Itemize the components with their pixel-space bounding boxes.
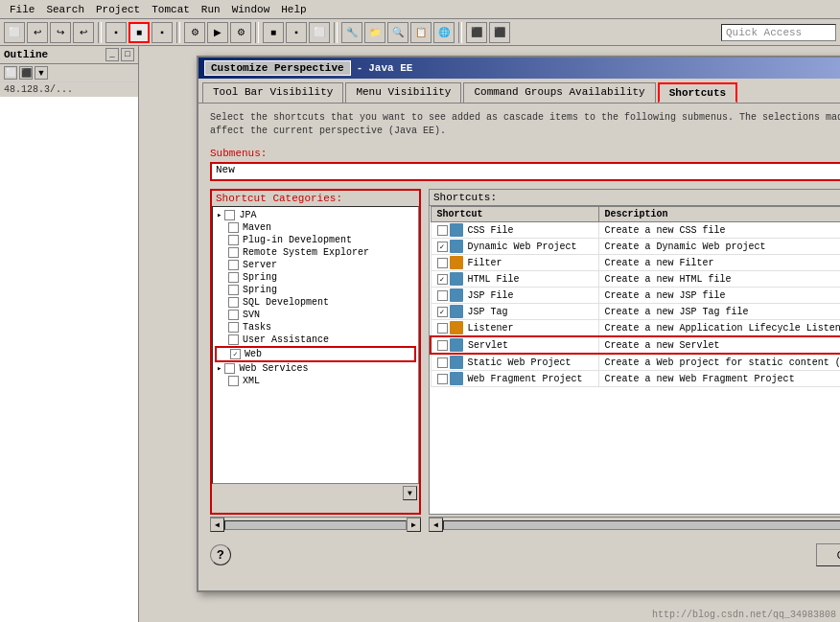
category-checkbox[interactable] [224, 210, 235, 220]
cat-scroll-left[interactable]: ◀ [210, 518, 224, 532]
toolbar-btn-stop-highlighted[interactable]: ■ [128, 22, 150, 43]
shortcut-checkbox[interactable] [437, 290, 448, 301]
shortcut-row[interactable]: CSS File Create a new CSS file [431, 222, 840, 239]
toolbar-btn-8[interactable]: ⚙ [184, 22, 205, 43]
toolbar-btn-17[interactable]: 📋 [410, 22, 432, 43]
tab-shortcuts[interactable]: Shortcuts [658, 82, 737, 103]
shortcut-checkbox[interactable] [437, 258, 448, 268]
category-checkbox[interactable] [228, 235, 239, 245]
cat-scroll-right[interactable]: ▶ [407, 518, 421, 532]
category-item[interactable]: Tasks [215, 321, 416, 334]
category-checkbox[interactable] [228, 297, 239, 308]
category-item[interactable]: Web [215, 346, 416, 362]
toolbar-btn-15[interactable]: 📁 [364, 22, 385, 43]
category-checkbox[interactable] [228, 334, 239, 345]
category-item[interactable]: Maven [215, 221, 416, 234]
category-checkbox[interactable] [228, 260, 239, 270]
menu-file[interactable]: File [4, 2, 40, 17]
category-item[interactable]: XML [215, 375, 416, 387]
quick-access-bar[interactable]: Quick Access [721, 24, 836, 41]
shortcut-checkbox[interactable] [437, 225, 448, 236]
toolbar-btn-11[interactable]: ■ [263, 22, 284, 43]
outline-btn-3[interactable]: ▼ [35, 66, 48, 80]
toolbar-btn-16[interactable]: 🔍 [387, 22, 408, 43]
toolbar-btn-20[interactable]: ⬛ [489, 22, 510, 43]
tab-toolbar-visibility[interactable]: Tool Bar Visibility [202, 82, 343, 103]
shortcut-checkbox[interactable] [437, 374, 448, 384]
toolbar-btn-12[interactable]: ▪ [286, 22, 307, 43]
shortcut-row[interactable]: Web Fragment Project Create a new Web Fr… [431, 371, 840, 387]
outline-btn-2[interactable]: ⬛ [19, 66, 33, 80]
shortcut-checkbox[interactable] [437, 242, 448, 252]
menu-help[interactable]: Help [275, 2, 312, 17]
shortcut-checkbox[interactable] [437, 340, 448, 351]
shortcuts-horiz-scroll[interactable]: ◀ ▶ [429, 517, 840, 532]
category-checkbox[interactable] [228, 222, 239, 233]
category-checkbox[interactable] [228, 310, 239, 320]
tab-command-groups[interactable]: Command Groups Availability [463, 82, 655, 103]
category-item[interactable]: Server [215, 259, 416, 271]
ok-button[interactable]: OK [816, 543, 840, 566]
menu-project[interactable]: Project [90, 2, 146, 17]
toolbar-btn-1[interactable]: ⬜ [4, 22, 25, 43]
shortcut-checkbox[interactable] [437, 357, 448, 368]
tab-menu-visibility[interactable]: Menu Visibility [345, 82, 461, 103]
shortcut-row[interactable]: Static Web Project Create a Web project … [431, 354, 840, 371]
help-button[interactable]: ? [210, 544, 231, 565]
shortcut-checkbox[interactable] [437, 274, 448, 285]
toolbar-btn-2[interactable]: ↩ [27, 22, 48, 43]
toolbar-btn-9[interactable]: ▶ [207, 22, 228, 43]
shortcut-row[interactable]: JSP File Create a new JSP file [431, 288, 840, 304]
category-checkbox[interactable] [228, 247, 239, 258]
toolbar-btn-7[interactable]: ▪ [152, 22, 173, 43]
shortcut-row[interactable]: Filter Create a new Filter [431, 255, 840, 271]
cat-scroll-track[interactable] [224, 520, 407, 530]
category-checkbox[interactable] [228, 285, 239, 295]
toolbar-btn-4[interactable]: ↩ [73, 22, 94, 43]
category-item[interactable]: Spring [215, 284, 416, 296]
category-item[interactable]: ▸JPA [215, 209, 416, 221]
shortcut-row[interactable]: Servlet Create a new Servlet [431, 336, 840, 354]
panel-header: Outline _ □ [0, 46, 138, 64]
category-item[interactable]: Spring [215, 271, 416, 284]
category-item[interactable]: SVN [215, 309, 416, 321]
shortcut-row[interactable]: Dynamic Web Project Create a Dynamic Web… [431, 239, 840, 255]
menu-window[interactable]: Window [226, 2, 276, 17]
shortcut-checkbox[interactable] [437, 307, 448, 317]
categories-scroll-down[interactable]: ▼ [403, 486, 417, 500]
menu-tomcat[interactable]: Tomcat [146, 2, 196, 17]
submenus-dropdown[interactable]: New [210, 162, 840, 181]
categories-list[interactable]: ▸JPAMavenPlug-in DevelopmentRemote Syste… [212, 206, 419, 484]
shortcut-row[interactable]: HTML File Create a new HTML file [431, 271, 840, 288]
shortcut-row[interactable]: JSP Tag Create a new JSP Tag file [431, 304, 840, 320]
shortcut-icon [450, 272, 463, 286]
shortcut-checkbox[interactable] [437, 323, 448, 334]
category-item[interactable]: Plug-in Development [215, 234, 416, 246]
outline-btn-1[interactable]: ⬜ [4, 66, 17, 80]
category-item[interactable]: Remote System Explorer [215, 246, 416, 259]
category-item[interactable]: ▸Web Services [215, 362, 416, 375]
sc-scroll-left[interactable]: ◀ [429, 518, 443, 532]
category-checkbox[interactable] [230, 349, 241, 359]
toolbar-btn-5[interactable]: ▪ [105, 22, 127, 43]
toolbar-btn-10[interactable]: ⚙ [230, 22, 251, 43]
category-item[interactable]: User Assistance [215, 334, 416, 346]
sc-scroll-track[interactable] [443, 520, 840, 530]
toolbar-btn-3[interactable]: ↪ [50, 22, 71, 43]
panel-minimize[interactable]: _ [105, 48, 119, 61]
category-checkbox[interactable] [224, 363, 235, 374]
menu-search[interactable]: Search [40, 2, 90, 17]
toolbar-btn-13[interactable]: ⬜ [309, 22, 330, 43]
toolbar-btn-19[interactable]: ⬛ [466, 22, 487, 43]
menu-run[interactable]: Run [196, 2, 226, 17]
category-checkbox[interactable] [228, 376, 239, 386]
category-checkbox[interactable] [228, 322, 239, 333]
category-item[interactable]: SQL Development [215, 296, 416, 309]
toolbar-btn-18[interactable]: 🌐 [433, 22, 455, 43]
shortcut-row[interactable]: Listener Create a new Application Lifecy… [431, 320, 840, 337]
panel-maximize[interactable]: □ [121, 48, 134, 61]
category-checkbox[interactable] [228, 272, 239, 283]
toolbar-btn-14[interactable]: 🔧 [341, 22, 362, 43]
shortcut-icon [450, 305, 463, 318]
categories-horiz-scroll[interactable]: ◀ ▶ [210, 517, 421, 532]
